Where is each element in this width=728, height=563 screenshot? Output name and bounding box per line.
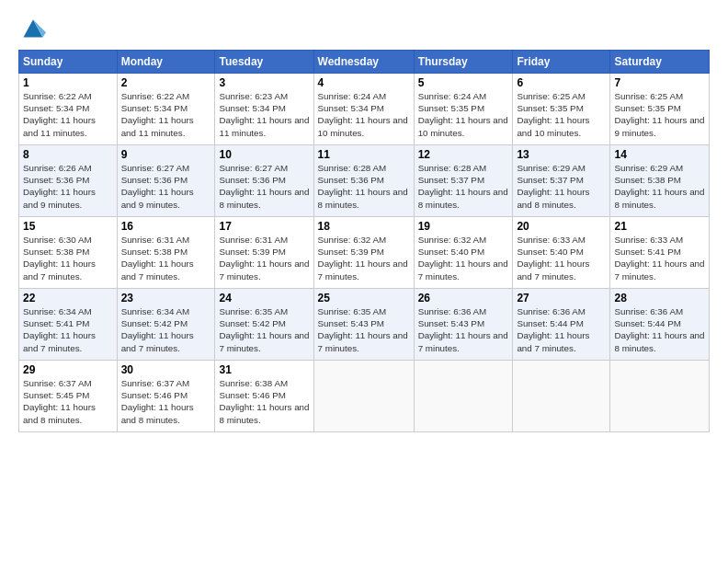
calendar-week-row: 29 Sunrise: 6:37 AMSunset: 5:45 PMDaylig… [19,361,710,432]
page: SundayMondayTuesdayWednesdayThursdayFrid… [0,0,728,442]
day-detail: Sunrise: 6:22 AMSunset: 5:34 PMDaylight:… [121,91,194,138]
day-number: 8 [23,148,113,161]
day-detail: Sunrise: 6:29 AMSunset: 5:37 PMDaylight:… [517,163,589,210]
calendar-cell [313,361,414,432]
day-detail: Sunrise: 6:36 AMSunset: 5:44 PMDaylight:… [614,306,704,353]
calendar-cell: 2 Sunrise: 6:22 AMSunset: 5:34 PMDayligh… [117,74,215,145]
header [18,15,710,40]
calendar-cell [513,361,610,432]
day-detail: Sunrise: 6:32 AMSunset: 5:40 PMDaylight:… [418,235,508,282]
calendar-cell: 19 Sunrise: 6:32 AMSunset: 5:40 PMDaylig… [414,217,513,289]
day-number: 15 [23,220,113,233]
day-number: 31 [219,363,309,376]
calendar-cell: 28 Sunrise: 6:36 AMSunset: 5:44 PMDaylig… [610,289,710,361]
day-detail: Sunrise: 6:36 AMSunset: 5:44 PMDaylight:… [517,306,589,353]
day-number: 27 [517,292,606,304]
day-header-tuesday: Tuesday [215,51,313,74]
calendar-cell: 8 Sunrise: 6:26 AMSunset: 5:36 PMDayligh… [19,145,118,217]
calendar-cell [414,361,513,432]
calendar-cell: 20 Sunrise: 6:33 AMSunset: 5:40 PMDaylig… [513,217,610,289]
calendar-cell: 30 Sunrise: 6:37 AMSunset: 5:46 PMDaylig… [117,361,215,432]
day-detail: Sunrise: 6:33 AMSunset: 5:40 PMDaylight:… [517,235,589,282]
day-number: 17 [219,220,309,233]
calendar-cell: 6 Sunrise: 6:25 AMSunset: 5:35 PMDayligh… [513,74,610,145]
calendar-cell: 11 Sunrise: 6:28 AMSunset: 5:36 PMDaylig… [313,145,414,217]
calendar-week-row: 22 Sunrise: 6:34 AMSunset: 5:41 PMDaylig… [19,289,710,361]
day-detail: Sunrise: 6:29 AMSunset: 5:38 PMDaylight:… [614,163,704,210]
day-detail: Sunrise: 6:28 AMSunset: 5:37 PMDaylight:… [418,163,508,210]
calendar-cell: 1 Sunrise: 6:22 AMSunset: 5:34 PMDayligh… [19,74,118,145]
day-number: 18 [318,220,410,233]
day-detail: Sunrise: 6:37 AMSunset: 5:45 PMDaylight:… [23,378,96,425]
day-detail: Sunrise: 6:32 AMSunset: 5:39 PMDaylight:… [318,235,408,282]
calendar-body: 1 Sunrise: 6:22 AMSunset: 5:34 PMDayligh… [19,74,710,432]
day-detail: Sunrise: 6:31 AMSunset: 5:38 PMDaylight:… [121,235,194,282]
calendar-week-row: 8 Sunrise: 6:26 AMSunset: 5:36 PMDayligh… [19,145,710,217]
calendar-cell: 13 Sunrise: 6:29 AMSunset: 5:37 PMDaylig… [513,145,610,217]
day-header-saturday: Saturday [610,51,710,74]
day-number: 28 [614,292,705,304]
day-detail: Sunrise: 6:35 AMSunset: 5:42 PMDaylight:… [219,306,309,353]
calendar-cell: 3 Sunrise: 6:23 AMSunset: 5:34 PMDayligh… [215,74,313,145]
calendar-cell: 9 Sunrise: 6:27 AMSunset: 5:36 PMDayligh… [117,145,215,217]
day-number: 11 [318,148,410,161]
day-detail: Sunrise: 6:34 AMSunset: 5:42 PMDaylight:… [121,306,194,353]
calendar-cell: 12 Sunrise: 6:28 AMSunset: 5:37 PMDaylig… [414,145,513,217]
calendar-cell: 4 Sunrise: 6:24 AMSunset: 5:34 PMDayligh… [313,74,414,145]
day-detail: Sunrise: 6:27 AMSunset: 5:36 PMDaylight:… [219,163,309,210]
calendar-week-row: 1 Sunrise: 6:22 AMSunset: 5:34 PMDayligh… [19,74,710,145]
calendar-cell: 18 Sunrise: 6:32 AMSunset: 5:39 PMDaylig… [313,217,414,289]
day-detail: Sunrise: 6:33 AMSunset: 5:41 PMDaylight:… [614,235,704,282]
day-number: 14 [614,148,705,161]
day-detail: Sunrise: 6:23 AMSunset: 5:34 PMDaylight:… [219,91,309,138]
calendar-cell: 17 Sunrise: 6:31 AMSunset: 5:39 PMDaylig… [215,217,313,289]
day-number: 5 [418,76,509,89]
day-number: 1 [23,76,113,89]
day-number: 24 [219,292,309,304]
day-number: 22 [23,292,113,304]
day-number: 16 [121,220,211,233]
day-number: 3 [219,76,309,89]
day-number: 19 [418,220,509,233]
calendar-cell: 22 Sunrise: 6:34 AMSunset: 5:41 PMDaylig… [19,289,118,361]
day-detail: Sunrise: 6:28 AMSunset: 5:36 PMDaylight:… [318,163,408,210]
day-header-thursday: Thursday [414,51,513,74]
day-detail: Sunrise: 6:27 AMSunset: 5:36 PMDaylight:… [121,163,194,210]
day-detail: Sunrise: 6:26 AMSunset: 5:36 PMDaylight:… [23,163,96,210]
calendar-cell: 14 Sunrise: 6:29 AMSunset: 5:38 PMDaylig… [610,145,710,217]
calendar-cell: 15 Sunrise: 6:30 AMSunset: 5:38 PMDaylig… [19,217,118,289]
logo [18,15,46,40]
day-header-monday: Monday [117,51,215,74]
day-detail: Sunrise: 6:25 AMSunset: 5:35 PMDaylight:… [517,91,589,138]
calendar-cell: 7 Sunrise: 6:25 AMSunset: 5:35 PMDayligh… [610,74,710,145]
day-detail: Sunrise: 6:36 AMSunset: 5:43 PMDaylight:… [418,306,508,353]
calendar-cell: 21 Sunrise: 6:33 AMSunset: 5:41 PMDaylig… [610,217,710,289]
day-number: 4 [318,76,410,89]
day-number: 10 [219,148,309,161]
day-number: 13 [517,148,606,161]
day-number: 23 [121,292,211,304]
day-detail: Sunrise: 6:24 AMSunset: 5:34 PMDaylight:… [318,91,408,138]
logo-icon [20,15,46,40]
calendar-cell: 27 Sunrise: 6:36 AMSunset: 5:44 PMDaylig… [513,289,610,361]
calendar-cell: 29 Sunrise: 6:37 AMSunset: 5:45 PMDaylig… [19,361,118,432]
calendar-cell: 25 Sunrise: 6:35 AMSunset: 5:43 PMDaylig… [313,289,414,361]
day-number: 20 [517,220,606,233]
calendar-cell: 10 Sunrise: 6:27 AMSunset: 5:36 PMDaylig… [215,145,313,217]
day-detail: Sunrise: 6:25 AMSunset: 5:35 PMDaylight:… [614,91,704,138]
calendar-cell: 26 Sunrise: 6:36 AMSunset: 5:43 PMDaylig… [414,289,513,361]
calendar-week-row: 15 Sunrise: 6:30 AMSunset: 5:38 PMDaylig… [19,217,710,289]
day-number: 29 [23,363,113,376]
day-detail: Sunrise: 6:35 AMSunset: 5:43 PMDaylight:… [318,306,408,353]
day-number: 30 [121,363,211,376]
day-detail: Sunrise: 6:30 AMSunset: 5:38 PMDaylight:… [23,235,96,282]
day-number: 26 [418,292,509,304]
day-detail: Sunrise: 6:22 AMSunset: 5:34 PMDaylight:… [23,91,96,138]
day-number: 7 [614,76,705,89]
calendar-cell [610,361,710,432]
calendar-cell: 31 Sunrise: 6:38 AMSunset: 5:46 PMDaylig… [215,361,313,432]
day-number: 6 [517,76,606,89]
day-detail: Sunrise: 6:38 AMSunset: 5:46 PMDaylight:… [219,378,309,425]
day-number: 21 [614,220,705,233]
day-number: 25 [318,292,410,304]
